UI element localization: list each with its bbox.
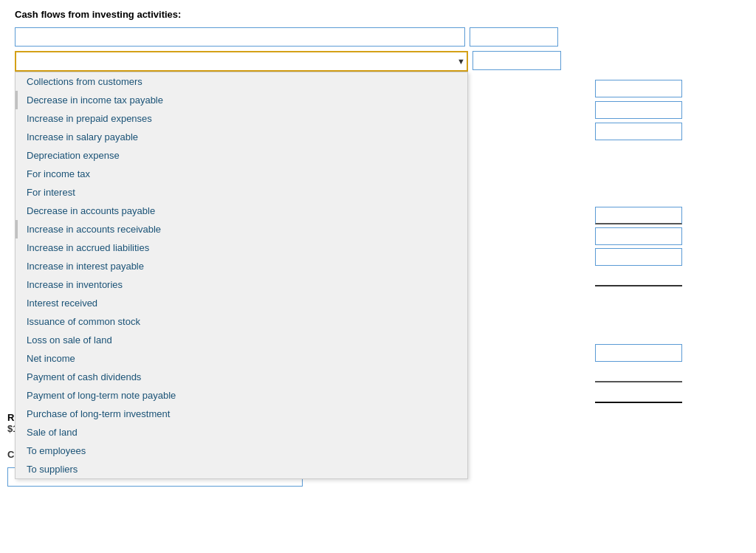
list-item[interactable]: Increase in accounts receivable (16, 220, 467, 238)
right-input-interest-2[interactable] (595, 248, 682, 266)
right-input-underline-1 (595, 269, 682, 286)
section-title: Cash flows from investing activities: (15, 9, 741, 20)
right-inputs-middle (595, 207, 682, 286)
page-container: Cash flows from investing activities: ▼ … (0, 0, 756, 553)
right-input-tax[interactable] (595, 207, 682, 224)
right-inputs-bottom (595, 344, 682, 403)
list-item[interactable]: Sale of land (16, 423, 467, 442)
list-item[interactable]: To employees (16, 442, 467, 460)
first-amount-input[interactable] (470, 27, 558, 47)
right-input-interest-1[interactable] (595, 227, 682, 245)
list-item[interactable]: Loss on sale of land (16, 331, 467, 349)
second-amount-input[interactable] (472, 51, 561, 70)
header-section: Cash flows from investing activities: ▼ … (0, 0, 756, 78)
list-item[interactable]: To suppliers (16, 460, 467, 478)
list-item[interactable]: For interest (16, 183, 467, 202)
list-item[interactable]: Increase in salary payable (16, 128, 467, 146)
list-item[interactable]: Collections from customers (16, 72, 467, 91)
right-input-3[interactable] (595, 123, 682, 140)
list-item[interactable]: Increase in inventories (16, 275, 467, 294)
dropdown-list: Collections from customersDecrease in in… (15, 72, 468, 479)
right-input-2[interactable] (595, 101, 682, 119)
list-item[interactable]: Increase in prepaid expenses (16, 109, 467, 128)
list-item[interactable]: Increase in interest payable (16, 257, 467, 275)
list-item[interactable]: Payment of cash dividends (16, 368, 467, 386)
right-input-bottom-1[interactable] (595, 344, 682, 362)
right-inputs-top (595, 80, 682, 140)
list-item[interactable]: Increase in accrued liabilities (16, 238, 467, 257)
list-item[interactable]: Issuance of common stock (16, 312, 467, 331)
right-input-1[interactable] (595, 80, 682, 97)
list-item[interactable]: Net income (16, 349, 467, 368)
list-item[interactable]: Decrease in accounts payable (16, 202, 467, 220)
list-item[interactable]: Payment of long-term note payable (16, 386, 467, 405)
list-item[interactable]: Purchase of long-term investment (16, 405, 467, 423)
first-text-input[interactable] (15, 27, 465, 47)
right-underline-2 (595, 365, 682, 382)
list-item[interactable]: For income tax (16, 165, 467, 183)
list-item[interactable]: Decrease in income tax payable (16, 91, 467, 109)
list-item[interactable]: Interest received (16, 294, 467, 312)
list-item[interactable]: Depreciation expense (16, 146, 467, 165)
first-input-row (15, 27, 741, 47)
dropdown-input[interactable] (15, 51, 468, 72)
right-underline-3 (595, 385, 682, 403)
dropdown-wrapper: ▼ Collections from customersDecrease in … (15, 51, 468, 72)
